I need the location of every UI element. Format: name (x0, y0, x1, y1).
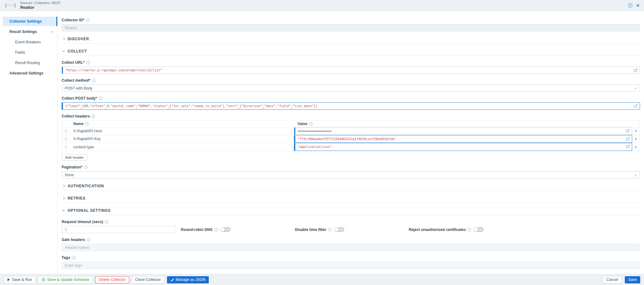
clock-icon (42, 278, 45, 282)
disable-time-filter-toggle-group: Disable time filter No (295, 227, 344, 232)
disable-time-filter-toggle[interactable]: No (334, 227, 344, 232)
help-icon[interactable] (628, 3, 632, 8)
request-timeout-label: Request timeout (secs) (62, 220, 640, 224)
breadcrumb-sources[interactable]: Sources (20, 1, 32, 5)
delete-collector-button[interactable]: Delete Collector (95, 276, 129, 283)
drag-handle-icon[interactable] (62, 143, 70, 151)
help-circle-icon[interactable] (105, 220, 108, 224)
expand-editor-icon[interactable] (625, 145, 630, 149)
section-retries[interactable]: RETRIES (62, 194, 640, 203)
collect-method-select[interactable]: POST with Body (62, 85, 640, 92)
collect-post-body-label: Collect POST body* (62, 96, 640, 101)
sidebar-item-advanced-settings[interactable]: Advanced Settings (3, 69, 57, 78)
expand-editor-icon[interactable] (633, 68, 638, 73)
header-row-x-rapidapi-key: X-RapidAPI-Key "7f3cf88da4msh75f721034d6… (62, 135, 640, 143)
help-circle-icon[interactable] (72, 256, 75, 260)
chevron-up-icon (51, 31, 53, 33)
help-circle-icon[interactable] (467, 228, 471, 232)
drag-handle-icon[interactable] (62, 127, 70, 135)
request-timeout-input[interactable] (62, 226, 176, 233)
wrench-icon (170, 278, 174, 282)
help-circle-icon[interactable] (309, 122, 313, 126)
header-name-cell[interactable]: content-type (70, 143, 294, 151)
help-circle-icon[interactable] (86, 18, 90, 22)
save-and-update-schedule-button[interactable]: Save & Update Schedule (38, 276, 93, 283)
rest-collector-page: {···} Sources Collectors REST Realtor Co… (0, 0, 644, 285)
round-robin-dns-toggle-group: Round-robin DNS No (181, 227, 230, 232)
action-bar: Save & Run Save & Update Schedule Delete… (0, 274, 644, 285)
safe-headers-input[interactable] (62, 244, 640, 251)
breadcrumb: Sources Collectors REST (20, 1, 61, 5)
tags-input[interactable] (62, 262, 640, 269)
header-value-field[interactable]: "application/json" (294, 143, 632, 151)
section-discover[interactable]: DISCOVER (62, 34, 640, 44)
drag-handle-icon[interactable] (62, 135, 70, 143)
help-circle-icon[interactable] (328, 228, 332, 232)
help-circle-icon[interactable] (86, 61, 90, 64)
save-and-run-button[interactable]: Save & Run (4, 276, 36, 283)
reject-unauthorized-certificates-toggle[interactable]: No (474, 227, 484, 232)
header-value-field[interactable]: "7f3cf88da4msh75f721034d6323cp1f4634jsnf… (294, 135, 632, 143)
collector-id-input[interactable] (62, 24, 640, 31)
save-button[interactable]: Save (625, 276, 640, 283)
sidebar-item-event-breakers[interactable]: Event Breakers (3, 37, 57, 47)
help-circle-icon[interactable] (85, 122, 89, 126)
remove-header-icon[interactable] (632, 127, 640, 135)
cancel-button[interactable]: Cancel (603, 276, 621, 283)
sidebar-item-result-routing[interactable]: Result Routing (3, 58, 57, 68)
pagination-label: Pagination* (62, 165, 640, 169)
settings-sidebar: Collector Settings Result Settings Event… (0, 11, 58, 274)
manage-as-json-button[interactable]: Manage as JSON (167, 276, 209, 283)
collector-id-label: Collector ID* (62, 18, 640, 22)
table-header-row: Name Value (62, 121, 640, 127)
chevron-right-icon (62, 37, 65, 40)
chevron-down-icon (62, 209, 65, 211)
header-name-cell[interactable]: X-RapidAPI-Host (70, 127, 294, 135)
collect-headers-label: Collect headers (62, 114, 640, 118)
collect-headers-table: Name Value X-RapidAPI-Host •••••••••••••… (62, 120, 640, 151)
collect-url-label: Collect URL* (62, 60, 640, 65)
clone-collector-button[interactable]: Clone Collector (132, 276, 164, 283)
chevron-down-icon (634, 173, 637, 176)
sidebar-item-result-settings[interactable]: Result Settings (3, 27, 57, 36)
collect-url-field[interactable]: "https://realtor.p.rapidapi.com/properti… (62, 67, 640, 74)
header-value-field-masked[interactable]: •••••••••••••••••••••••• (294, 127, 632, 135)
sidebar-item-collector-settings[interactable]: Collector Settings (3, 17, 57, 26)
close-icon[interactable] (636, 3, 640, 8)
header-row-content-type: content-type "application/json" (62, 143, 640, 151)
breadcrumb-rest[interactable]: REST (49, 1, 61, 5)
sidebar-item-fields[interactable]: Fields (3, 48, 57, 57)
section-authentication[interactable]: AUTHENTICATION (62, 181, 640, 191)
topbar: {···} Sources Collectors REST Realtor (0, 0, 644, 11)
reject-unauthorized-certificates-toggle-group: Reject unauthorized certificates No (409, 227, 484, 232)
section-collect[interactable]: COLLECT (62, 47, 640, 56)
header-row-x-rapidapi-host: X-RapidAPI-Host •••••••••••••••••••••••• (62, 127, 640, 135)
help-circle-icon[interactable] (91, 114, 95, 118)
collector-settings-form: Collector ID* DISCOVER COLLECT Collect U… (58, 11, 644, 274)
remove-header-icon[interactable] (632, 135, 640, 143)
chevron-down-icon (634, 87, 637, 89)
remove-header-icon[interactable] (632, 143, 640, 151)
safe-headers-label: Safe headers (62, 238, 640, 242)
help-circle-icon[interactable] (99, 96, 103, 100)
help-circle-icon[interactable] (84, 165, 88, 169)
round-robin-dns-toggle[interactable]: No (220, 227, 230, 232)
help-circle-icon[interactable] (87, 238, 91, 242)
page-title: Realtor (20, 5, 61, 10)
expand-editor-icon[interactable] (625, 129, 630, 133)
expand-editor-icon[interactable] (633, 104, 638, 108)
help-circle-icon[interactable] (92, 79, 96, 82)
tags-label: Tags (62, 255, 640, 260)
play-icon (7, 278, 10, 281)
chevron-right-icon (62, 197, 65, 199)
help-circle-icon[interactable] (214, 228, 218, 232)
add-header-button[interactable]: Add header (62, 154, 87, 161)
breadcrumb-collectors[interactable]: Collectors (32, 1, 49, 5)
section-optional-settings[interactable]: OPTIONAL SETTINGS (62, 206, 640, 215)
chevron-down-icon (62, 49, 65, 52)
pagination-select[interactable]: None (62, 171, 640, 178)
expand-editor-icon[interactable] (625, 137, 630, 141)
collector-braces-icon: {···} (4, 3, 16, 8)
collect-post-body-field[interactable]: {"limit":200,"offset":0,"postal_code":"9… (62, 102, 640, 110)
header-name-cell[interactable]: X-RapidAPI-Key (70, 135, 294, 143)
